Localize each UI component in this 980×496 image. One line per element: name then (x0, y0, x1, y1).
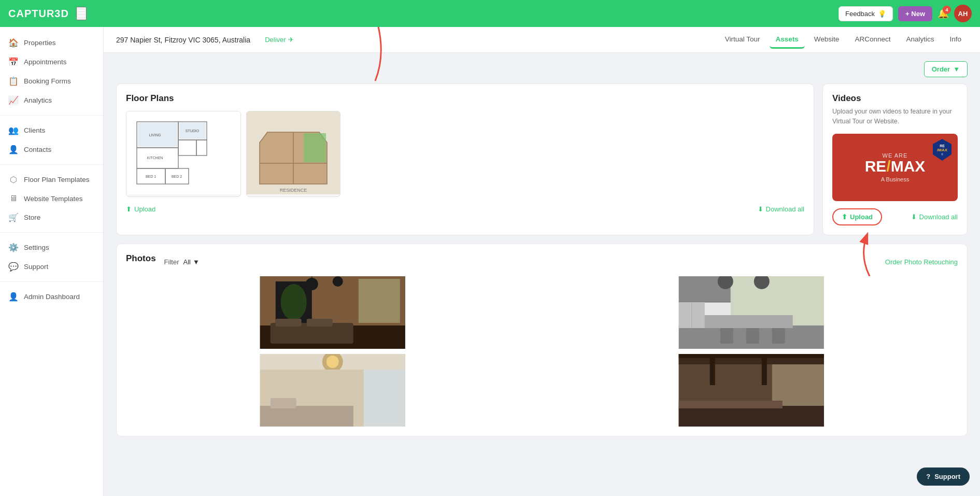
sidebar-section-main: 🏠 Properties 📅 Appointments 📋 Booking Fo… (0, 31, 103, 112)
remax-text-top: WE ARE (865, 152, 926, 159)
svg-rect-19 (304, 133, 326, 162)
floor-plan-3d[interactable]: RESIDENCE (246, 111, 340, 197)
upload-icon-videos: ⬆ (842, 213, 847, 221)
feedback-button[interactable]: Feedback 💡 (839, 6, 893, 21)
question-icon: ? (926, 473, 930, 480)
svg-text:STUDIO: STUDIO (186, 129, 200, 133)
sidebar-item-label: Booking Forms (24, 77, 71, 85)
subnav-link-analytics[interactable]: Analytics (900, 31, 940, 49)
sidebar-item-label: Floor Plan Templates (24, 176, 90, 183)
svg-rect-39 (307, 319, 333, 327)
videos-upload-button[interactable]: ⬆ Upload (832, 208, 882, 225)
sidebar-section-clients: 👥 Clients 👤 Contacts (0, 119, 103, 161)
videos-actions: ⬆ Upload ⬇ Download all (832, 208, 958, 225)
content-area: 297 Napier St, Fitzroy VIC 3065, Austral… (104, 27, 980, 496)
photo-item-3[interactable] (126, 354, 539, 427)
upload-label: Upload (134, 205, 155, 213)
app-logo: CAPTUR3D (8, 8, 69, 20)
svg-text:BED 1: BED 1 (146, 175, 156, 178)
video-thumbnail[interactable]: RE /MAX ® WE ARE RE/MAX A Business (832, 134, 958, 201)
new-button[interactable]: + New (898, 6, 932, 21)
feedback-label: Feedback (845, 10, 875, 18)
subnav-link-arconnect[interactable]: ARConnect (848, 31, 897, 49)
subnav-link-assets[interactable]: Assets (770, 31, 805, 49)
store-icon: 🛒 (8, 212, 19, 222)
download-label-videos: Download all (919, 213, 958, 221)
sidebar-item-properties[interactable]: 🏠 Properties (0, 33, 103, 52)
deliver-link[interactable]: Deliver ✈ (265, 36, 293, 44)
avatar-initials: AH (958, 10, 968, 18)
floor-plans-download-link[interactable]: ⬇ Download all (758, 205, 804, 213)
order-button[interactable]: Order ▼ (924, 61, 968, 77)
download-icon-videos: ⬇ (911, 213, 917, 221)
photos-section: Photos Filter All ▼ Order Photo Retouchi… (116, 244, 968, 436)
sidebar-divider-3 (0, 232, 103, 233)
remax-subtitle: A Business (865, 176, 926, 182)
contacts-icon: 👤 (8, 145, 19, 154)
chevron-down-icon: ▼ (193, 258, 200, 266)
sidebar-item-floor-plan-templates[interactable]: ⬡ Floor Plan Templates (0, 170, 103, 189)
sidebar-item-label: Properties (24, 39, 56, 47)
sidebar-item-label: Settings (24, 244, 49, 251)
filter-value: All (183, 258, 191, 266)
notifications-button[interactable]: 🔔 4 (938, 8, 949, 19)
subnav-links: Virtual Tour Assets Website ARConnect An… (719, 31, 968, 49)
svg-rect-70 (678, 401, 782, 408)
floor-plans-title: Floor Plans (126, 93, 804, 104)
clients-icon: 👥 (8, 125, 19, 135)
sidebar-item-label: Website Templates (24, 195, 83, 203)
photo-item-1[interactable] (126, 276, 539, 349)
svg-text:/MAX: /MAX (937, 148, 948, 152)
support-button[interactable]: ? Support (917, 467, 970, 486)
notification-badge: 4 (943, 6, 951, 14)
lightbulb-icon: 💡 (878, 10, 886, 18)
download-label: Download all (766, 205, 804, 213)
sidebar-section-templates: ⬡ Floor Plan Templates 🖥 Website Templat… (0, 168, 103, 229)
floor-plan-sketch[interactable]: LIVING KITCHEN STUDIO BED 1 BED 2 (126, 111, 241, 197)
subnav-link-info[interactable]: Info (943, 31, 968, 49)
svg-rect-65 (678, 354, 823, 358)
topbar-right: Feedback 💡 + New 🔔 4 AH (839, 5, 972, 22)
floor-plans-upload-link[interactable]: ⬆ Upload (126, 205, 155, 213)
videos-card: Videos Upload your own videos to feature… (822, 83, 968, 235)
sidebar-item-label: Store (24, 214, 40, 221)
order-retouching-link[interactable]: Order Photo Retouching (885, 258, 958, 266)
svg-rect-53 (772, 328, 785, 344)
topbar: CAPTUR3D ☰ Feedback 💡 + New 🔔 4 AH (0, 0, 980, 27)
sidebar-item-website-templates[interactable]: 🖥 Website Templates (0, 189, 103, 208)
remax-logo: RE /MAX ® (933, 139, 951, 163)
page-body: Order ▼ Floor Plans (104, 53, 980, 496)
sidebar: 🏠 Properties 📅 Appointments 📋 Booking Fo… (0, 27, 104, 496)
sidebar-item-analytics[interactable]: 📈 Analytics (0, 91, 103, 110)
svg-text:RE: RE (940, 144, 945, 148)
filter-dropdown[interactable]: All ▼ (183, 258, 200, 266)
sidebar-item-label: Admin Dashboard (24, 293, 80, 301)
hamburger-button[interactable]: ☰ (76, 7, 87, 20)
avatar-button[interactable]: AH (954, 5, 972, 22)
subnav-link-virtual-tour[interactable]: Virtual Tour (719, 31, 766, 49)
svg-rect-67 (761, 354, 766, 385)
videos-title: Videos (832, 93, 958, 104)
sidebar-item-clients[interactable]: 👥 Clients (0, 121, 103, 140)
sidebar-item-contacts[interactable]: 👤 Contacts (0, 140, 103, 159)
videos-download-link[interactable]: ⬇ Download all (911, 213, 958, 221)
photos-header: Photos Filter All ▼ Order Photo Retouchi… (126, 253, 958, 271)
svg-rect-32 (359, 279, 400, 323)
svg-point-31 (281, 284, 307, 320)
sidebar-item-appointments[interactable]: 📅 Appointments (0, 52, 103, 72)
sidebar-item-label: Contacts (24, 146, 51, 153)
svg-point-35 (333, 276, 343, 287)
sidebar-item-support[interactable]: 💬 Support (0, 257, 103, 276)
floor-plans-card: Floor Plans (116, 83, 814, 235)
sidebar-item-booking-forms[interactable]: 📋 Booking Forms (0, 72, 103, 91)
sidebar-item-settings[interactable]: ⚙️ Settings (0, 238, 103, 257)
sidebar-item-label: Analytics (24, 96, 52, 104)
deliver-icon: ✈ (288, 36, 294, 44)
photo-item-4[interactable] (545, 354, 958, 427)
photo-item-2[interactable] (545, 276, 958, 349)
sidebar-item-admin-dashboard[interactable]: 👤 Admin Dashboard (0, 287, 103, 306)
sidebar-item-store[interactable]: 🛒 Store (0, 208, 103, 227)
sidebar-divider-2 (0, 164, 103, 165)
subnav-link-website[interactable]: Website (808, 31, 846, 49)
floor-plans-actions: ⬆ Upload ⬇ Download all (126, 205, 804, 213)
